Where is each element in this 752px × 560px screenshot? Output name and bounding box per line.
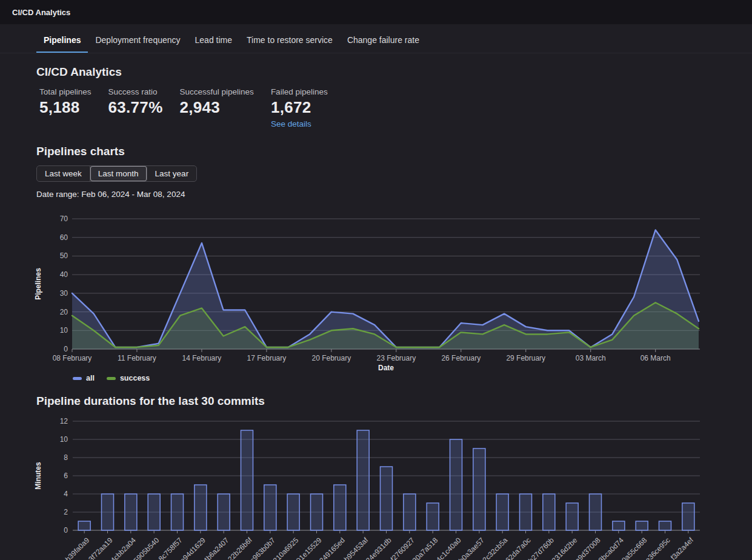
svg-text:8bca0d74: 8bca0d74 bbox=[597, 536, 625, 560]
durations-bar-chart: 024681012b39fa0a93f72aa194cbb2a045905b54… bbox=[33, 415, 752, 560]
stat-success-ratio: Success ratio 63.77% bbox=[108, 87, 163, 129]
svg-text:26 February: 26 February bbox=[441, 354, 481, 362]
svg-text:4c1c40a0: 4c1c40a0 bbox=[434, 536, 463, 560]
svg-text:f3a2a4ef: f3a2a4ef bbox=[669, 536, 695, 560]
svg-text:24e931db: 24e931db bbox=[364, 536, 393, 560]
range-last-week-button[interactable]: Last week bbox=[37, 166, 90, 181]
svg-text:40: 40 bbox=[60, 270, 68, 279]
svg-text:20 February: 20 February bbox=[312, 354, 351, 362]
legend-swatch-all bbox=[73, 377, 82, 380]
stats-row: Total pipelines 5,188 Success ratio 63.7… bbox=[39, 87, 752, 129]
see-details-link[interactable]: See details bbox=[271, 119, 311, 128]
svg-text:03 March: 03 March bbox=[576, 354, 606, 362]
svg-text:8: 8 bbox=[64, 453, 68, 462]
svg-text:0a55c668: 0a55c668 bbox=[620, 536, 648, 560]
svg-text:5905b540: 5905b540 bbox=[132, 536, 161, 560]
svg-text:60: 60 bbox=[60, 233, 68, 242]
svg-text:Pipelines: Pipelines bbox=[34, 268, 42, 300]
svg-text:50: 50 bbox=[60, 252, 68, 260]
topbar: CI/CD Analytics bbox=[0, 0, 752, 24]
stat-label: Failed pipelines bbox=[271, 87, 328, 96]
range-last-month-button[interactable]: Last month bbox=[90, 166, 147, 181]
svg-text:11 February: 11 February bbox=[118, 354, 156, 362]
date-range-text: Date range: Feb 06, 2024 - Mar 08, 2024 bbox=[36, 190, 752, 199]
svg-text:a9d37008: a9d37008 bbox=[573, 536, 602, 560]
svg-text:249165ed: 249165ed bbox=[318, 536, 347, 560]
svg-text:210a6925: 210a6925 bbox=[271, 536, 301, 560]
svg-text:12: 12 bbox=[60, 417, 68, 425]
svg-text:b0a3ae57: b0a3ae57 bbox=[457, 536, 486, 560]
range-last-year-button[interactable]: Last year bbox=[147, 166, 197, 181]
analytics-tabs: Pipelines Deployment frequency Lead time… bbox=[0, 28, 752, 53]
pipeline-durations-heading: Pipeline durations for the last 30 commi… bbox=[36, 395, 752, 408]
svg-text:30: 30 bbox=[60, 289, 68, 298]
stat-value: 1,672 bbox=[271, 98, 328, 117]
svg-text:23 February: 23 February bbox=[376, 354, 416, 362]
stat-label: Total pipelines bbox=[39, 87, 92, 96]
svg-text:Date: Date bbox=[378, 364, 394, 372]
svg-text:0: 0 bbox=[64, 526, 68, 535]
pipelines-charts-section: Pipelines charts Last week Last month La… bbox=[0, 145, 752, 382]
tab-lead-time[interactable]: Lead time bbox=[188, 28, 239, 53]
svg-text:01e15529: 01e15529 bbox=[294, 536, 324, 560]
tab-change-failure-rate[interactable]: Change failure rate bbox=[340, 28, 427, 53]
svg-text:08 February: 08 February bbox=[53, 354, 92, 362]
svg-text:20: 20 bbox=[60, 308, 68, 316]
svg-text:0: 0 bbox=[64, 345, 68, 353]
svg-text:4b6a2407: 4b6a2407 bbox=[202, 536, 231, 560]
durations-bar-chart-svg: 024681012b39fa0a93f72aa194cbb2a045905b54… bbox=[33, 415, 703, 560]
svg-text:6: 6 bbox=[64, 472, 68, 480]
svg-text:4: 4 bbox=[64, 490, 68, 498]
stat-total-pipelines: Total pipelines 5,188 bbox=[39, 87, 92, 129]
svg-text:b27d760b: b27d760b bbox=[527, 536, 556, 560]
stat-value: 2,943 bbox=[180, 98, 254, 117]
stat-value: 63.77% bbox=[108, 98, 163, 117]
svg-text:10: 10 bbox=[60, 435, 68, 444]
svg-text:06 March: 06 March bbox=[641, 354, 671, 362]
svg-text:17 February: 17 February bbox=[247, 354, 287, 362]
tab-pipelines[interactable]: Pipelines bbox=[36, 28, 88, 53]
stat-successful-pipelines: Successful pipelines 2,943 bbox=[180, 87, 254, 129]
legend-item-all[interactable]: all bbox=[73, 374, 95, 382]
date-range-button-group: Last week Last month Last year bbox=[36, 165, 197, 182]
legend-item-success[interactable]: success bbox=[107, 374, 150, 382]
legend-swatch-success bbox=[107, 377, 116, 380]
stat-label: Successful pipelines bbox=[180, 87, 254, 96]
svg-text:10: 10 bbox=[60, 326, 68, 335]
svg-text:62da7a0c: 62da7a0c bbox=[504, 536, 532, 560]
durations-section: Pipeline durations for the last 30 commi… bbox=[0, 395, 752, 560]
stat-failed-pipelines: Failed pipelines 1,672 See details bbox=[271, 87, 328, 129]
svg-text:2: 2 bbox=[64, 508, 68, 516]
svg-text:80a7a518: 80a7a518 bbox=[411, 536, 440, 560]
summary-section: CI/CD Analytics Total pipelines 5,188 Su… bbox=[0, 65, 752, 129]
legend-label: all bbox=[86, 374, 95, 382]
svg-text:Minutes: Minutes bbox=[34, 462, 42, 490]
svg-text:4cbb2a04: 4cbb2a04 bbox=[109, 536, 138, 560]
svg-text:c963b0b7: c963b0b7 bbox=[248, 536, 277, 560]
svg-text:e94d1629: e94d1629 bbox=[178, 536, 207, 560]
svg-text:e36ce95c: e36ce95c bbox=[644, 536, 672, 560]
svg-text:2c32cb5a: 2c32cb5a bbox=[481, 536, 510, 560]
svg-text:14 February: 14 February bbox=[182, 354, 222, 362]
legend-label: success bbox=[120, 374, 150, 382]
svg-text:2316d2be: 2316d2be bbox=[550, 536, 579, 560]
svg-text:29 February: 29 February bbox=[506, 354, 545, 362]
summary-heading: CI/CD Analytics bbox=[36, 65, 752, 79]
stat-label: Success ratio bbox=[108, 87, 163, 96]
topbar-title: CI/CD Analytics bbox=[12, 8, 70, 17]
svg-text:70: 70 bbox=[60, 215, 68, 223]
pipelines-area-chart-svg: 01020304050607008 February11 February14 … bbox=[33, 215, 703, 374]
pipelines-area-chart: 01020304050607008 February11 February14 … bbox=[33, 215, 752, 376]
tab-deployment-frequency[interactable]: Deployment frequency bbox=[88, 28, 187, 53]
stat-value: 5,188 bbox=[39, 98, 92, 117]
pipelines-charts-heading: Pipelines charts bbox=[36, 145, 752, 158]
tab-time-to-restore-service[interactable]: Time to restore service bbox=[239, 28, 340, 53]
